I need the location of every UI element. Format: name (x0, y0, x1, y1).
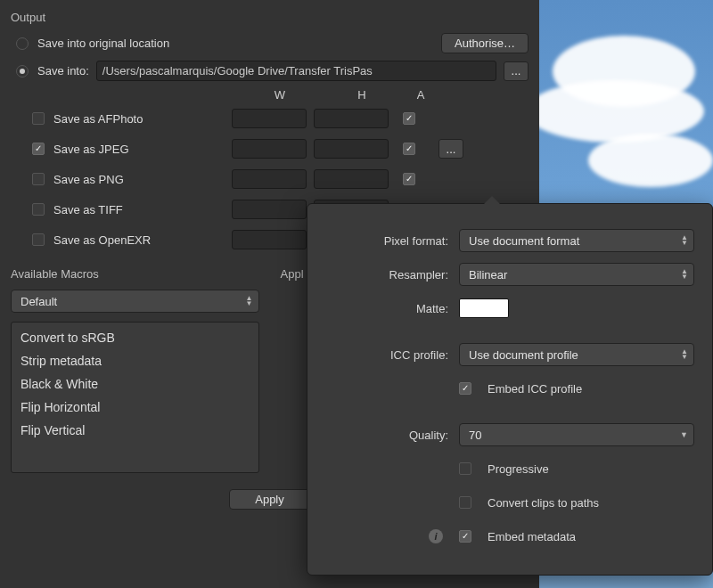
embed-metadata-check[interactable] (459, 530, 471, 543)
matte-color-swatch[interactable] (459, 298, 509, 318)
progressive-label: Progressive (488, 462, 549, 476)
icc-profile-label: ICC profile: (325, 348, 459, 362)
aspect-check[interactable] (403, 112, 415, 125)
format-label: Save as JPEG (53, 143, 232, 156)
caret-updown-icon: ▲▼ (681, 349, 688, 360)
resampler-select[interactable]: Bilinear ▲▼ (459, 263, 694, 286)
col-w: W (239, 88, 321, 102)
save-into-row: Save into: /Users/pascalmarquis/Google D… (11, 61, 529, 81)
macros-preset-value: Default (20, 295, 57, 308)
info-icon[interactable]: i (429, 529, 443, 543)
embed-icc-label: Embed ICC profile (488, 382, 582, 396)
list-item[interactable]: Flip Vertical (12, 419, 258, 442)
caret-updown-icon: ▲▼ (681, 235, 688, 246)
format-label: Save as AFPhoto (53, 112, 232, 126)
icc-profile-select[interactable]: Use document profile ▲▼ (459, 343, 694, 366)
resampler-label: Resampler: (325, 268, 459, 282)
format-check-jpeg[interactable] (32, 143, 45, 155)
width-input[interactable] (232, 109, 307, 128)
format-row-afphoto: Save as AFPhoto (32, 107, 529, 130)
format-label: Save as TIFF (53, 203, 232, 216)
apply-button[interactable]: Apply (229, 489, 310, 510)
width-input[interactable] (232, 230, 307, 249)
save-into-label: Save into: (37, 64, 89, 78)
convert-clips-check[interactable] (459, 496, 471, 509)
browse-path-button[interactable]: ... (504, 61, 529, 81)
save-original-radio[interactable] (16, 37, 29, 50)
height-input[interactable] (314, 169, 389, 189)
available-macros-title: Available Macros (11, 267, 259, 281)
output-section-title: Output (11, 11, 529, 24)
authorise-button[interactable]: Authorise… (441, 33, 529, 53)
quality-label: Quality: (325, 429, 459, 442)
format-label: Save as PNG (53, 173, 232, 186)
list-item[interactable]: Flip Horizontal (12, 396, 258, 419)
height-input[interactable] (314, 109, 389, 128)
matte-label: Matte: (325, 302, 459, 315)
format-check-openexr[interactable] (32, 233, 45, 246)
caret-down-icon: ▼ (680, 430, 688, 439)
width-input[interactable] (232, 169, 307, 189)
embed-icc-check[interactable] (459, 382, 471, 395)
width-input[interactable] (232, 200, 307, 219)
macros-preset-select[interactable]: Default ▲▼ (11, 290, 259, 313)
resampler-value: Bilinear (469, 268, 507, 282)
jpeg-options-popover: Pixel format: Use document format ▲▼ Res… (307, 203, 713, 576)
pixel-format-label: Pixel format: (325, 234, 459, 248)
format-header-row: W H A (32, 88, 529, 102)
save-original-row: Save into original location Authorise… (11, 33, 529, 53)
quality-value: 70 (469, 429, 481, 442)
height-input[interactable] (314, 139, 389, 159)
format-options-button[interactable]: ... (438, 139, 463, 159)
caret-updown-icon: ▲▼ (246, 296, 253, 306)
list-item[interactable]: Convert to sRGB (12, 326, 258, 349)
aspect-check[interactable] (403, 173, 415, 185)
aspect-check[interactable] (403, 143, 415, 155)
available-macros-list: Convert to sRGB Strip metadata Black & W… (11, 322, 259, 473)
width-input[interactable] (232, 139, 307, 159)
col-a: A (403, 88, 438, 102)
format-label: Save as OpenEXR (53, 233, 232, 247)
embed-metadata-label: Embed metadata (488, 530, 576, 543)
quality-select[interactable]: 70 ▼ (459, 423, 694, 446)
format-row-png: Save as PNG (32, 167, 529, 191)
list-item[interactable]: Black & White (12, 372, 258, 396)
convert-clips-label: Convert clips to paths (488, 496, 599, 510)
save-into-radio[interactable] (16, 65, 29, 78)
save-path-field[interactable]: /Users/pascalmarquis/Google Drive/Transf… (96, 61, 496, 81)
caret-updown-icon: ▲▼ (681, 269, 688, 280)
list-item[interactable]: Strip metadata (12, 349, 258, 372)
format-row-jpeg: Save as JPEG ... (32, 137, 529, 160)
col-h: H (321, 88, 403, 102)
save-original-label: Save into original location (37, 37, 169, 50)
pixel-format-select[interactable]: Use document format ▲▼ (459, 229, 694, 252)
pixel-format-value: Use document format (469, 234, 579, 248)
format-check-png[interactable] (32, 173, 45, 185)
format-check-afphoto[interactable] (32, 112, 45, 125)
icc-profile-value: Use document profile (469, 348, 578, 362)
format-check-tiff[interactable] (32, 203, 45, 216)
progressive-check[interactable] (459, 462, 471, 475)
